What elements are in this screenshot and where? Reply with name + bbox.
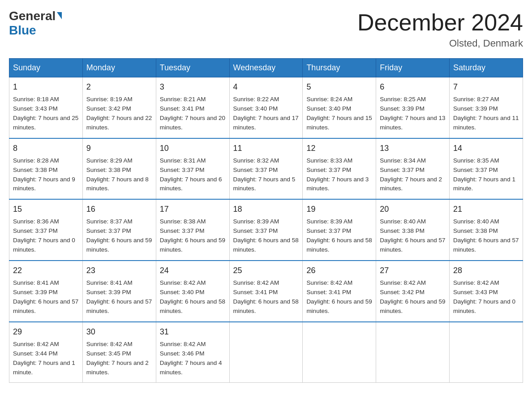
- day-number: 22: [13, 265, 79, 277]
- calendar-cell: 21 Sunrise: 8:40 AMSunset: 3:38 PMDaylig…: [450, 199, 523, 261]
- day-info: Sunrise: 8:42 AMSunset: 3:43 PMDaylight:…: [453, 279, 515, 314]
- week-row-4: 22 Sunrise: 8:41 AMSunset: 3:39 PMDaylig…: [9, 261, 523, 322]
- day-info: Sunrise: 8:33 AMSunset: 3:37 PMDaylight:…: [306, 157, 369, 192]
- calendar-cell: 12 Sunrise: 8:33 AMSunset: 3:37 PMDaylig…: [303, 138, 376, 200]
- week-row-2: 8 Sunrise: 8:28 AMSunset: 3:38 PMDayligh…: [9, 138, 523, 200]
- day-number: 7: [453, 81, 519, 93]
- calendar-cell: 14 Sunrise: 8:35 AMSunset: 3:37 PMDaylig…: [450, 138, 523, 200]
- calendar-cell: 29 Sunrise: 8:42 AMSunset: 3:44 PMDaylig…: [9, 322, 83, 383]
- day-info: Sunrise: 8:27 AMSunset: 3:39 PMDaylight:…: [453, 96, 519, 131]
- logo-general-text: General: [9, 9, 56, 23]
- logo-arrow-icon: [57, 12, 62, 19]
- day-info: Sunrise: 8:25 AMSunset: 3:39 PMDaylight:…: [380, 96, 445, 131]
- calendar-cell: 7 Sunrise: 8:27 AMSunset: 3:39 PMDayligh…: [450, 77, 523, 138]
- day-number: 2: [86, 81, 152, 93]
- day-info: Sunrise: 8:28 AMSunset: 3:38 PMDaylight:…: [13, 157, 75, 192]
- day-number: 6: [380, 81, 446, 93]
- day-info: Sunrise: 8:36 AMSunset: 3:37 PMDaylight:…: [13, 218, 75, 253]
- calendar-cell: 24 Sunrise: 8:42 AMSunset: 3:40 PMDaylig…: [156, 261, 229, 322]
- day-info: Sunrise: 8:24 AMSunset: 3:40 PMDaylight:…: [306, 96, 372, 131]
- day-number: 19: [306, 203, 372, 215]
- calendar-cell: 27 Sunrise: 8:42 AMSunset: 3:42 PMDaylig…: [376, 261, 450, 322]
- calendar-cell: 15 Sunrise: 8:36 AMSunset: 3:37 PMDaylig…: [9, 199, 83, 261]
- calendar-cell: 9 Sunrise: 8:29 AMSunset: 3:38 PMDayligh…: [82, 138, 156, 200]
- day-info: Sunrise: 8:21 AMSunset: 3:41 PMDaylight:…: [160, 96, 225, 131]
- day-number: 9: [86, 142, 152, 154]
- calendar-cell: [376, 322, 450, 383]
- day-info: Sunrise: 8:31 AMSunset: 3:37 PMDaylight:…: [160, 157, 222, 192]
- day-number: 10: [160, 142, 226, 154]
- day-info: Sunrise: 8:40 AMSunset: 3:38 PMDaylight:…: [453, 218, 519, 253]
- header-thursday: Thursday: [303, 59, 376, 77]
- day-number: 18: [233, 203, 299, 215]
- day-number: 20: [380, 203, 446, 215]
- logo-blue-text: Blue: [9, 23, 36, 37]
- day-number: 30: [86, 326, 152, 338]
- day-info: Sunrise: 8:42 AMSunset: 3:44 PMDaylight:…: [13, 341, 75, 376]
- day-info: Sunrise: 8:37 AMSunset: 3:37 PMDaylight:…: [86, 218, 152, 253]
- header-saturday: Saturday: [450, 59, 523, 77]
- day-info: Sunrise: 8:42 AMSunset: 3:41 PMDaylight:…: [306, 279, 372, 314]
- day-info: Sunrise: 8:22 AMSunset: 3:40 PMDaylight:…: [233, 96, 299, 131]
- day-number: 12: [306, 142, 372, 154]
- day-number: 28: [453, 265, 519, 277]
- calendar-cell: 18 Sunrise: 8:39 AMSunset: 3:37 PMDaylig…: [229, 199, 303, 261]
- day-number: 15: [13, 203, 79, 215]
- calendar-cell: [303, 322, 376, 383]
- day-number: 14: [453, 142, 519, 154]
- day-info: Sunrise: 8:42 AMSunset: 3:41 PMDaylight:…: [233, 279, 299, 314]
- logo: General Blue: [9, 9, 62, 38]
- calendar-cell: 23 Sunrise: 8:41 AMSunset: 3:39 PMDaylig…: [82, 261, 156, 322]
- calendar-cell: 31 Sunrise: 8:42 AMSunset: 3:46 PMDaylig…: [156, 322, 229, 383]
- calendar-cell: 1 Sunrise: 8:18 AMSunset: 3:43 PMDayligh…: [9, 77, 83, 138]
- weekday-header-row: Sunday Monday Tuesday Wednesday Thursday…: [9, 59, 523, 77]
- week-row-3: 15 Sunrise: 8:36 AMSunset: 3:37 PMDaylig…: [9, 199, 523, 261]
- day-number: 11: [233, 142, 299, 154]
- calendar-cell: 10 Sunrise: 8:31 AMSunset: 3:37 PMDaylig…: [156, 138, 229, 200]
- day-info: Sunrise: 8:35 AMSunset: 3:37 PMDaylight:…: [453, 157, 515, 192]
- header-friday: Friday: [376, 59, 450, 77]
- page-header: General Blue December 2024 Olsted, Denma…: [9, 9, 523, 49]
- header-tuesday: Tuesday: [156, 59, 229, 77]
- day-info: Sunrise: 8:29 AMSunset: 3:38 PMDaylight:…: [86, 157, 149, 192]
- calendar-cell: 8 Sunrise: 8:28 AMSunset: 3:38 PMDayligh…: [9, 138, 83, 200]
- calendar-cell: 26 Sunrise: 8:42 AMSunset: 3:41 PMDaylig…: [303, 261, 376, 322]
- day-info: Sunrise: 8:40 AMSunset: 3:38 PMDaylight:…: [380, 218, 445, 253]
- header-monday: Monday: [82, 59, 156, 77]
- calendar-cell: 13 Sunrise: 8:34 AMSunset: 3:37 PMDaylig…: [376, 138, 450, 200]
- day-number: 26: [306, 265, 372, 277]
- day-number: 13: [380, 142, 446, 154]
- day-info: Sunrise: 8:39 AMSunset: 3:37 PMDaylight:…: [306, 218, 372, 253]
- day-number: 5: [306, 81, 372, 93]
- calendar-cell: [229, 322, 303, 383]
- day-number: 25: [233, 265, 299, 277]
- calendar-cell: [450, 322, 523, 383]
- calendar-cell: 22 Sunrise: 8:41 AMSunset: 3:39 PMDaylig…: [9, 261, 83, 322]
- day-info: Sunrise: 8:34 AMSunset: 3:37 PMDaylight:…: [380, 157, 442, 192]
- day-info: Sunrise: 8:32 AMSunset: 3:37 PMDaylight:…: [233, 157, 296, 192]
- day-info: Sunrise: 8:42 AMSunset: 3:40 PMDaylight:…: [160, 279, 225, 314]
- day-info: Sunrise: 8:38 AMSunset: 3:37 PMDaylight:…: [160, 218, 225, 253]
- calendar-cell: 2 Sunrise: 8:19 AMSunset: 3:42 PMDayligh…: [82, 77, 156, 138]
- header-wednesday: Wednesday: [229, 59, 303, 77]
- calendar-cell: 6 Sunrise: 8:25 AMSunset: 3:39 PMDayligh…: [376, 77, 450, 138]
- day-info: Sunrise: 8:18 AMSunset: 3:43 PMDaylight:…: [13, 96, 78, 131]
- day-info: Sunrise: 8:42 AMSunset: 3:46 PMDaylight:…: [160, 341, 222, 376]
- location: Olsted, Denmark: [357, 38, 523, 49]
- day-info: Sunrise: 8:41 AMSunset: 3:39 PMDaylight:…: [13, 279, 78, 314]
- day-number: 17: [160, 203, 226, 215]
- day-number: 29: [13, 326, 79, 338]
- day-number: 23: [86, 265, 152, 277]
- day-info: Sunrise: 8:39 AMSunset: 3:37 PMDaylight:…: [233, 218, 299, 253]
- week-row-1: 1 Sunrise: 8:18 AMSunset: 3:43 PMDayligh…: [9, 77, 523, 138]
- calendar-cell: 17 Sunrise: 8:38 AMSunset: 3:37 PMDaylig…: [156, 199, 229, 261]
- day-info: Sunrise: 8:42 AMSunset: 3:42 PMDaylight:…: [380, 279, 445, 314]
- day-number: 31: [160, 326, 226, 338]
- day-number: 16: [86, 203, 152, 215]
- calendar-cell: 25 Sunrise: 8:42 AMSunset: 3:41 PMDaylig…: [229, 261, 303, 322]
- day-number: 24: [160, 265, 226, 277]
- day-number: 4: [233, 81, 299, 93]
- calendar-cell: 28 Sunrise: 8:42 AMSunset: 3:43 PMDaylig…: [450, 261, 523, 322]
- header-sunday: Sunday: [9, 59, 83, 77]
- calendar-cell: 20 Sunrise: 8:40 AMSunset: 3:38 PMDaylig…: [376, 199, 450, 261]
